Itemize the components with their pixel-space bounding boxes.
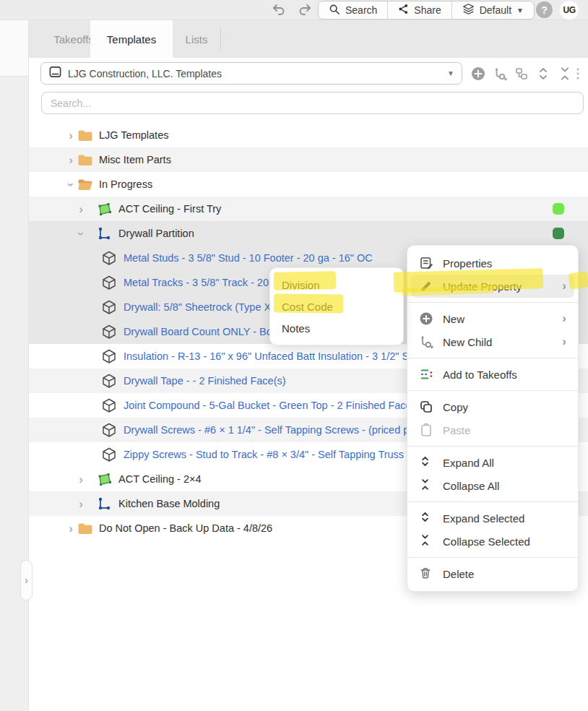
submenu-item-notes[interactable]: Notes bbox=[270, 317, 403, 339]
submenu-item-label: Notes bbox=[282, 322, 310, 335]
tree-row-label: Joint Compound - 5-Gal Bucket - Green To… bbox=[124, 400, 412, 411]
chevron-right-icon[interactable]: › bbox=[65, 154, 77, 166]
help-label: ? bbox=[541, 4, 548, 16]
menu-item-paste[interactable]: Paste bbox=[411, 418, 574, 441]
kebab-menu-icon[interactable] bbox=[575, 66, 584, 81]
menu-divider bbox=[407, 390, 578, 391]
new-child-icon bbox=[419, 335, 433, 349]
cube-item-icon bbox=[101, 373, 117, 389]
chevron-down-icon: ▼ bbox=[516, 7, 524, 14]
properties-icon bbox=[419, 256, 433, 270]
new-child-icon[interactable] bbox=[493, 66, 507, 81]
help-button[interactable]: ? bbox=[536, 1, 553, 18]
linear-takeoff-icon bbox=[96, 496, 112, 512]
tab-takeoffs-label: Takeoffs bbox=[53, 33, 94, 46]
copy-icon bbox=[419, 400, 433, 414]
submenu-item-division[interactable]: Division bbox=[270, 274, 403, 296]
color-swatch[interactable] bbox=[553, 228, 564, 239]
menu-item-copy[interactable]: Copy bbox=[411, 395, 574, 418]
menu-item-label: Properties bbox=[443, 257, 566, 270]
top-toolbar: Search Share Default ▼ ? UG bbox=[0, 0, 588, 20]
tree-row-label: Drywall Tape - - 2 Finished Face(s) bbox=[124, 375, 286, 387]
tree-row-folder[interactable]: › In Progress bbox=[29, 172, 588, 197]
collapse-icon bbox=[419, 478, 433, 493]
ljg-logo[interactable]: UG bbox=[560, 1, 579, 20]
tree-row-folder[interactable]: › Misc Item Parts bbox=[29, 147, 588, 172]
chevron-right-icon[interactable]: › bbox=[65, 129, 77, 142]
menu-divider bbox=[407, 358, 578, 358]
tree-row-folder[interactable]: › LJG Templates bbox=[29, 123, 588, 147]
tab-templates[interactable]: Templates bbox=[90, 20, 173, 58]
menu-item-properties[interactable]: Properties bbox=[411, 251, 574, 275]
menu-item-label: Copy bbox=[443, 401, 566, 413]
share-button[interactable]: Share bbox=[388, 1, 451, 19]
chevron-down-icon[interactable]: › bbox=[65, 178, 77, 190]
tab-templates-label: Templates bbox=[107, 33, 156, 46]
folder-icon bbox=[77, 520, 92, 536]
expand-panel-handle[interactable]: › bbox=[20, 560, 33, 600]
menu-item-label: Paste bbox=[443, 424, 566, 436]
menu-item-delete[interactable]: Delete bbox=[411, 562, 574, 585]
submenu-chevron-icon: › bbox=[562, 335, 566, 349]
submenu-chevron-icon: › bbox=[562, 279, 566, 293]
chevron-right-icon[interactable]: › bbox=[75, 473, 87, 486]
submenu-item-label: Division bbox=[282, 279, 320, 291]
menu-divider bbox=[407, 557, 578, 558]
submenu-item-cost-code[interactable]: Cost Code bbox=[270, 296, 403, 317]
tree-row-label: In Progress bbox=[99, 178, 152, 190]
menu-item-label: Add to Takeoffs bbox=[443, 369, 566, 381]
menu-item-collapse-all[interactable]: Collapse All bbox=[411, 474, 574, 497]
linear-takeoff-icon bbox=[96, 225, 112, 241]
expand-icon bbox=[419, 455, 433, 470]
tree-row-label: Misc Item Parts bbox=[99, 154, 171, 165]
expand-all-icon[interactable] bbox=[536, 66, 550, 81]
chevron-down-icon: ▼ bbox=[447, 69, 454, 77]
tree-row-area-takeoff[interactable]: › ACT Ceiling - First Try bbox=[29, 197, 588, 221]
search-input[interactable] bbox=[41, 92, 584, 114]
tree-row-label: Metal Studs - 3 5/8" Stud - 10 Footer - … bbox=[124, 252, 373, 264]
cube-item-icon bbox=[101, 324, 117, 340]
tree-row-label: Drywall: 5/8" Sheetrock (Type X) - bbox=[124, 301, 281, 313]
tab-separator bbox=[220, 27, 221, 51]
menu-item-add-to-takeoffs[interactable]: Add to Takeoffs bbox=[411, 363, 574, 386]
add-circle-icon bbox=[419, 311, 433, 326]
add-circle-icon[interactable] bbox=[471, 66, 485, 81]
tab-lists[interactable]: Lists bbox=[173, 20, 220, 58]
folder-icon bbox=[77, 152, 92, 168]
menu-item-collapse-selected[interactable]: Collapse Selected bbox=[411, 530, 574, 553]
chevron-right-icon[interactable]: › bbox=[75, 203, 87, 215]
layers-view-button[interactable]: Default ▼ bbox=[452, 1, 534, 19]
chevron-down-icon[interactable]: › bbox=[75, 228, 87, 239]
menu-item-new-child[interactable]: New Child › bbox=[411, 330, 574, 353]
menu-item-expand-all[interactable]: Expand All bbox=[411, 451, 574, 474]
cube-item-icon bbox=[101, 250, 117, 266]
tree-row-linear-takeoff[interactable]: › Drywall Partition bbox=[29, 221, 588, 246]
trash-icon bbox=[419, 566, 433, 581]
submenu-chevron-icon: › bbox=[562, 311, 566, 326]
template-workspace-select[interactable]: LJG Construction, LLC. Templates ▼ bbox=[40, 62, 462, 85]
menu-divider bbox=[407, 501, 578, 502]
menu-item-label: Expand All bbox=[443, 457, 566, 469]
chevron-right-icon[interactable]: › bbox=[65, 522, 77, 535]
pencil-icon bbox=[419, 279, 433, 293]
context-menu: Properties Update Property › New › New C… bbox=[407, 245, 579, 592]
tree-row-label: Drywall Board Count ONLY - Board bbox=[124, 326, 287, 337]
search-button[interactable]: Search bbox=[319, 1, 388, 19]
menu-item-new[interactable]: New › bbox=[411, 307, 574, 330]
undo-icon[interactable] bbox=[272, 3, 286, 17]
menu-item-label: Update Property bbox=[443, 280, 553, 293]
menu-item-label: New Child bbox=[443, 336, 553, 348]
redo-icon[interactable] bbox=[298, 3, 312, 17]
cube-item-icon bbox=[101, 422, 117, 438]
hierarchy-icon[interactable] bbox=[514, 66, 529, 81]
collapse-all-icon[interactable] bbox=[558, 66, 572, 81]
paste-icon bbox=[419, 423, 433, 437]
toolbar-button-group: Search Share Default ▼ bbox=[318, 1, 535, 20]
menu-item-update-property[interactable]: Update Property › bbox=[411, 275, 574, 298]
menu-item-expand-selected[interactable]: Expand Selected bbox=[411, 507, 574, 530]
color-swatch[interactable] bbox=[553, 203, 564, 215]
tree-row-label: Metal Tracks - 3 5/8" Track - 20 ga bbox=[124, 277, 283, 288]
chevron-right-icon[interactable]: › bbox=[75, 498, 87, 510]
folder-icon bbox=[77, 127, 92, 143]
update-property-submenu: Division Cost Code Notes bbox=[269, 267, 404, 345]
